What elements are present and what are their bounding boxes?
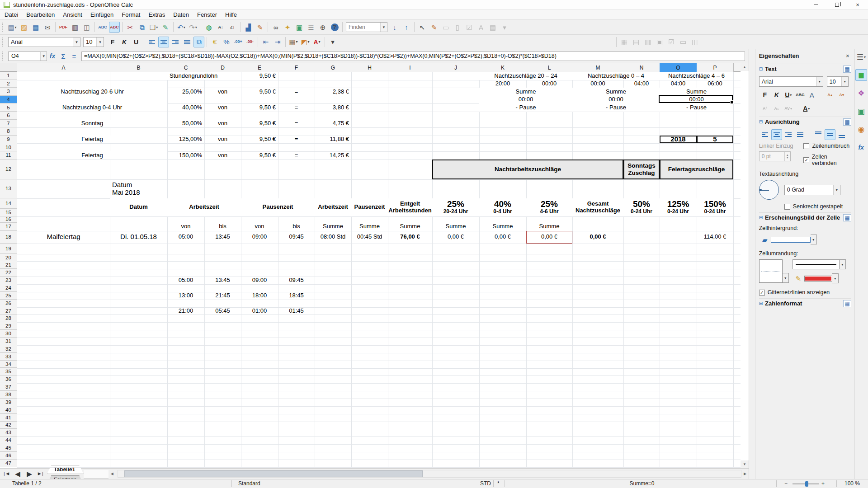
merge-cells-icon[interactable]: ⧉ <box>193 37 204 47</box>
cell-F25[interactable]: 18:45 <box>278 292 315 300</box>
cell-K17[interactable]: Summe <box>479 223 526 231</box>
cell-I18[interactable]: 76,00 € <box>388 231 432 244</box>
currency-format-icon[interactable]: € <box>209 37 220 47</box>
copy-icon[interactable]: ⧉ <box>137 22 147 33</box>
row-header-37[interactable]: 37 <box>0 383 17 391</box>
cell-K2[interactable]: 20:00 <box>479 80 526 88</box>
gallery-icon[interactable]: ▣ <box>294 22 305 33</box>
autospellcheck-icon[interactable]: ABC <box>109 22 120 33</box>
cell-M-N3[interactable]: Summe <box>572 88 660 96</box>
border-line-style-select[interactable] <box>793 259 840 269</box>
toolbar-grip[interactable] <box>2 23 4 32</box>
cell-F3[interactable]: = <box>278 88 315 96</box>
cell-G17[interactable]: Summe <box>315 223 351 231</box>
last-sheet-icon[interactable]: ▶❘ <box>36 469 47 479</box>
cell-M-N5[interactable]: - Pause <box>572 103 660 112</box>
cell-E9[interactable]: 9,50 € <box>241 136 278 144</box>
cell-G3[interactable]: 2,38 € <box>315 88 351 96</box>
menu-item-datei[interactable]: Datei <box>1 10 22 19</box>
function-icon[interactable]: = <box>69 51 79 61</box>
row-header-3[interactable]: 3 <box>0 88 17 96</box>
cell-D11[interactable]: von <box>204 151 241 160</box>
cell-G9[interactable]: 11,88 € <box>315 136 351 144</box>
cell-K18[interactable]: 0,00 € <box>479 231 526 244</box>
row-header-28[interactable]: 28 <box>0 314 17 322</box>
cell-P18[interactable]: 114,00 € <box>697 231 733 244</box>
row-header-25[interactable]: 25 <box>0 292 17 300</box>
row-header-18[interactable]: 18 <box>0 231 17 244</box>
help-icon[interactable]: ? <box>329 22 340 33</box>
cell-J-M12[interactable]: Nachtarbeitszuschläge <box>432 160 623 179</box>
minimize-button[interactable] <box>806 0 826 10</box>
cell-M-N1[interactable]: Nachtzuschläge 0 – 4 <box>572 72 660 80</box>
row-header-26[interactable]: 26 <box>0 300 17 307</box>
cell-D17[interactable]: bis <box>204 223 241 231</box>
cell-F18[interactable]: 09:45 <box>278 231 315 244</box>
border-picker-dropdown-icon[interactable]: ▾ <box>783 273 789 283</box>
next-sheet-icon[interactable]: ▶ <box>24 469 35 479</box>
column-header-E[interactable]: E <box>241 63 278 72</box>
cell-C17[interactable]: von <box>167 223 204 231</box>
row-header-22[interactable]: 22 <box>0 269 17 277</box>
column-header-L[interactable]: L <box>526 63 573 72</box>
sidebar-tab-functions[interactable]: fx <box>855 141 867 153</box>
paint-bucket-icon[interactable]: ▰ <box>760 234 770 245</box>
cell-reference-box[interactable]: O4▾ <box>8 52 47 61</box>
row-header-1[interactable]: 1 <box>0 72 17 80</box>
column-header-H[interactable]: H <box>351 63 388 72</box>
cell-F11[interactable]: = <box>278 151 315 160</box>
number-format-panel-launcher-icon[interactable]: ▦ <box>843 300 851 307</box>
cell-C7[interactable]: 50,00% <box>167 120 204 128</box>
find-toolbar-input[interactable]: ▾ <box>346 22 387 32</box>
section-alignment-header[interactable]: ⊟ Ausrichtung ▦ <box>759 117 851 127</box>
previous-sheet-icon[interactable]: ◀ <box>12 469 23 479</box>
text-panel-launcher-icon[interactable]: ▦ <box>843 66 851 73</box>
cell-D25[interactable]: 21:45 <box>204 292 241 300</box>
row-header-41[interactable]: 41 <box>0 414 17 422</box>
row-header-7[interactable]: 7 <box>0 120 17 128</box>
email-icon[interactable]: ✉ <box>42 22 53 33</box>
cell-J18[interactable]: 0,00 € <box>432 231 479 244</box>
column-header-M[interactable]: M <box>572 63 624 72</box>
close-button[interactable]: × <box>847 0 868 10</box>
cell-P9[interactable]: 5 <box>697 136 733 144</box>
cell-A-B9[interactable]: Feiertag <box>17 136 167 144</box>
underline-icon[interactable]: U <box>131 37 142 47</box>
cell-B14[interactable]: Datum <box>110 198 167 216</box>
cell-E18[interactable]: 09:00 <box>241 231 278 244</box>
row-header-45[interactable]: 45 <box>0 444 17 452</box>
cell-H18[interactable]: 00:45 Std <box>351 231 388 244</box>
horizontal-scrollbar[interactable] <box>118 470 741 478</box>
cell-E11[interactable]: 9,50 € <box>241 151 278 160</box>
text-angle-select[interactable]: 0 Grad▾ <box>784 185 840 195</box>
align-center-icon[interactable] <box>158 37 169 47</box>
column-header-P[interactable]: P <box>697 63 734 72</box>
column-header-A[interactable]: A <box>17 63 110 72</box>
cell-C25[interactable]: 13:00 <box>167 292 204 300</box>
page-preview-icon[interactable]: ◫ <box>81 22 92 33</box>
bold-icon[interactable]: F <box>760 89 770 100</box>
cell-C9[interactable]: 125,00% <box>167 136 204 144</box>
sort-descending-icon[interactable]: Z↓ <box>227 22 238 33</box>
cell-N14[interactable]: 50%0-24 Uhr <box>623 198 660 216</box>
find-previous-icon[interactable]: ↑ <box>401 22 412 33</box>
sidebar-tab-navigator[interactable]: ◉ <box>855 123 867 135</box>
undo-icon[interactable]: ↶▾ <box>176 22 187 33</box>
save-icon[interactable]: ▦ <box>30 22 41 33</box>
align-top-icon[interactable] <box>813 129 824 140</box>
cell-F5[interactable]: = <box>278 103 315 112</box>
row-header-8[interactable]: 8 <box>0 127 17 136</box>
bold-icon[interactable]: F <box>107 37 118 47</box>
zoom-in-icon[interactable]: + <box>821 480 825 487</box>
row-header-10[interactable]: 10 <box>0 143 17 151</box>
new-document-icon[interactable]: ▤▾ <box>7 22 18 33</box>
cell-O-P5[interactable]: - Pause <box>660 103 733 112</box>
column-header-K[interactable]: K <box>479 63 527 72</box>
cell-C23[interactable]: 05:00 <box>167 277 204 284</box>
cell-G18[interactable]: 08:00 Std <box>315 231 351 244</box>
row-header-23[interactable]: 23 <box>0 277 17 284</box>
column-header-G[interactable]: G <box>315 63 352 72</box>
column-header-O[interactable]: O <box>660 63 697 72</box>
cell-D18[interactable]: 13:45 <box>204 231 241 244</box>
row-header-14[interactable]: 14 <box>0 198 17 209</box>
